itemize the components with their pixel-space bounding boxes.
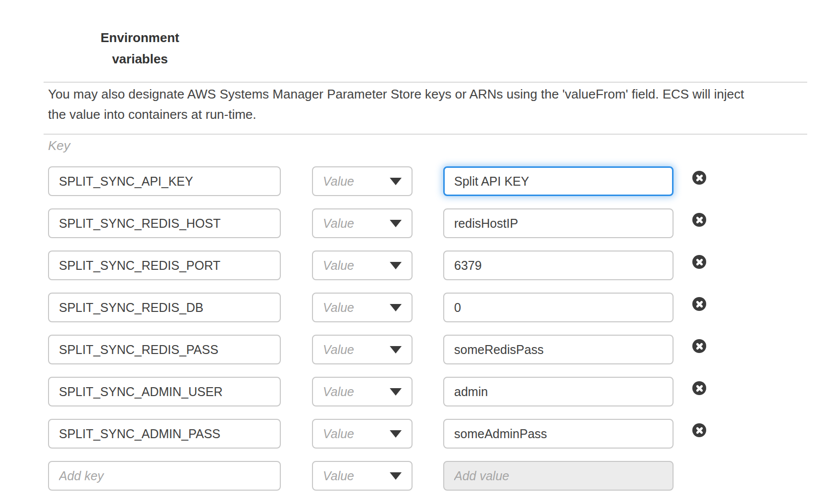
remove-row-button[interactable] [692, 381, 706, 395]
env-var-row-4: Value [48, 293, 706, 322]
value-type-label: Value [323, 427, 354, 441]
key-input[interactable] [48, 208, 281, 238]
value-type-label: Value [323, 469, 354, 483]
add-key-input[interactable] [48, 461, 281, 491]
value-type-dropdown[interactable]: Value [312, 335, 413, 364]
remove-row-button[interactable] [692, 213, 706, 227]
caret-down-icon [390, 472, 402, 480]
value-type-label: Value [323, 385, 354, 399]
circle-x-icon [695, 384, 704, 393]
env-var-row-2: Value [48, 208, 706, 238]
value-input[interactable] [443, 419, 674, 449]
circle-x-icon [695, 300, 704, 308]
key-column-header: Key [48, 138, 70, 153]
env-var-row-1: Value [48, 166, 706, 196]
environment-variables-section: Environment variables You may also desig… [0, 0, 831, 504]
env-var-row-6: Value [48, 377, 706, 406]
key-input[interactable] [48, 377, 281, 406]
value-input[interactable] [443, 166, 674, 196]
section-label: Environment variables [69, 27, 210, 70]
remove-row-button[interactable] [692, 255, 706, 269]
caret-down-icon [390, 346, 402, 353]
env-var-row-7: Value [48, 419, 706, 449]
add-env-var-row: Value [48, 461, 706, 491]
description-line2: the value into containers at run-time. [48, 104, 791, 125]
add-value-input[interactable] [443, 461, 674, 491]
description-line1: You may also designate AWS Systems Manag… [48, 84, 791, 104]
section-label-line1: Environment [69, 27, 210, 49]
circle-x-icon [695, 258, 704, 266]
value-type-label: Value [323, 174, 354, 189]
caret-down-icon [390, 430, 402, 438]
env-var-row-5: Value [48, 335, 706, 364]
value-input[interactable] [443, 377, 674, 406]
divider-bottom [44, 134, 807, 135]
value-type-label: Value [323, 301, 354, 315]
section-description: You may also designate AWS Systems Manag… [48, 84, 791, 125]
key-input[interactable] [48, 166, 281, 196]
value-input[interactable] [443, 208, 674, 238]
key-input[interactable] [48, 419, 281, 449]
value-type-label: Value [323, 258, 354, 273]
env-var-row-3: Value [48, 251, 706, 280]
circle-x-icon [695, 216, 704, 224]
value-type-dropdown[interactable]: Value [312, 419, 413, 449]
divider-top [44, 82, 807, 83]
value-type-dropdown[interactable]: Value [312, 166, 413, 196]
env-var-rows: Value Value Va [48, 166, 706, 491]
caret-down-icon [390, 262, 402, 269]
key-input[interactable] [48, 293, 281, 322]
remove-row-button[interactable] [692, 339, 706, 353]
value-input[interactable] [443, 335, 674, 364]
value-type-dropdown[interactable]: Value [312, 251, 413, 280]
value-type-dropdown[interactable]: Value [312, 208, 413, 238]
value-type-dropdown[interactable]: Value [312, 377, 413, 406]
circle-x-icon [695, 426, 704, 435]
caret-down-icon [390, 388, 402, 396]
value-input[interactable] [443, 293, 674, 322]
section-label-line2: variables [69, 49, 210, 70]
caret-down-icon [390, 304, 402, 311]
remove-spacer [692, 461, 706, 491]
add-value-type-dropdown[interactable]: Value [312, 461, 413, 491]
key-input[interactable] [48, 335, 281, 364]
key-input[interactable] [48, 251, 281, 280]
circle-x-icon [695, 174, 704, 182]
value-type-label: Value [323, 216, 354, 231]
caret-down-icon [390, 178, 402, 185]
remove-row-button[interactable] [692, 171, 706, 185]
circle-x-icon [695, 342, 704, 351]
remove-row-button[interactable] [692, 297, 706, 311]
value-type-dropdown[interactable]: Value [312, 293, 413, 322]
value-input[interactable] [443, 251, 674, 280]
remove-row-button[interactable] [692, 423, 706, 437]
value-type-label: Value [323, 343, 354, 357]
caret-down-icon [390, 220, 402, 227]
